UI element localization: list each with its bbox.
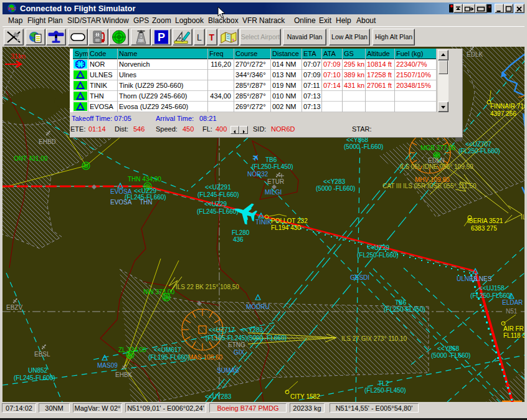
svg-text:<<UZ29: <<UZ29 [367, 244, 390, 251]
svg-text:TB6: TB6 [265, 156, 277, 163]
svg-text:ETNG: ETNG [228, 341, 245, 348]
svg-text:EHBK: EHBK [115, 371, 133, 378]
svg-text:4397 266: 4397 266 [490, 110, 516, 117]
svg-text:(FL245-FL660): (FL245-FL660) [197, 191, 239, 198]
svg-text:TL2: TL2 [378, 380, 389, 387]
svg-text:436: 436 [233, 236, 244, 243]
svg-text:(FL250-FL450): (FL250-FL450) [252, 163, 293, 170]
svg-text:ILS 05L IDNE 055° 109,50: ILS 05L IDNE 055° 109,50 [400, 163, 473, 170]
svg-text:(FL250-FL450): (FL250-FL450) [364, 387, 406, 394]
svg-text:<<Y283: <<Y283 [323, 178, 345, 185]
svg-text:TB6: TB6 [395, 299, 407, 306]
svg-text:<<UZ29: <<UZ29 [204, 201, 227, 208]
svg-text:(FL195-FL245)(5000 -FL660): (FL195-FL245)(5000 -FL660) [206, 335, 287, 341]
svg-text:MAS 108,60: MAS 108,60 [188, 354, 222, 361]
svg-text:EVOSA: EVOSA [110, 188, 132, 195]
svg-text:MGB 377,00: MGB 377,00 [420, 145, 456, 151]
svg-text:N51: N51 [506, 308, 518, 315]
svg-text:TINIK: TINIK [255, 219, 272, 226]
svg-text:<<UZ707: <<UZ707 [465, 141, 491, 148]
svg-text:EDLN: EDLN [428, 157, 445, 164]
svg-text:GIX: GIX [234, 349, 245, 356]
svg-text:L: L [197, 32, 202, 42]
svg-text:NW 373,00: NW 373,00 [143, 289, 174, 295]
svg-text:(5000 -FL660): (5000 -FL660) [316, 185, 355, 192]
svg-text:FL280: FL280 [232, 229, 250, 236]
svg-text:CAT III ILS 05R IDSE 055° 11: CAT III ILS 05R IDSE 055° 111,50 [382, 183, 477, 189]
svg-text:ZL 334,00: ZL 334,00 [118, 346, 146, 353]
svg-text:6383 275: 6383 275 [471, 225, 497, 232]
svg-text:<<Y283: <<Y283 [241, 327, 263, 333]
svg-text:<<Y868: <<Y868 [437, 345, 459, 352]
svg-text:ILS 27 GIX 273° 110,10: ILS 27 GIX 273° 110,10 [341, 335, 407, 342]
svg-text:ETUR: ETUR [267, 178, 284, 185]
svg-text:ILS 22 BK 215° 108,50: ILS 22 BK 215° 108,50 [176, 284, 239, 290]
svg-text:MODRU: MODRU [246, 303, 270, 310]
svg-text:FINNAIR 710: FINNAIR 710 [490, 103, 525, 110]
svg-text:<<UM617: <<UM617 [154, 346, 181, 353]
svg-text:AIR FR: AIR FR [503, 325, 524, 332]
svg-text:SUMAS: SUMAS [217, 367, 239, 374]
svg-text:MAS09: MAS09 [97, 362, 118, 369]
svg-text:FL194 430: FL194 430 [271, 224, 301, 231]
svg-text:UN852: UN852 [28, 367, 48, 374]
svg-text:(FL250-FL660): (FL250-FL660) [470, 292, 512, 299]
svg-text:316: 316 [138, 39, 144, 42]
svg-text:MILGI: MILGI [265, 189, 282, 196]
svg-text:(FL250-FL660): (FL250-FL660) [357, 252, 399, 259]
svg-text:ULNES: ULNES [471, 275, 492, 282]
svg-text:ONT 431,00: ONT 431,00 [14, 155, 48, 162]
svg-text:EBZV: EBZV [6, 304, 22, 311]
svg-text:ILS: ILS [521, 214, 525, 221]
svg-text:EVOSA: EVOSA [110, 199, 132, 206]
svg-text:(FL245-FL600): (FL245-FL600) [14, 375, 55, 381]
svg-text:EBSL: EBSL [34, 351, 50, 358]
svg-text:FSC: FSC [8, 7, 16, 11]
svg-text:(FL250-FL660): (FL250-FL660) [458, 148, 500, 155]
svg-text:NOR32: NOR32 [247, 171, 268, 178]
svg-text:<<UZ717: <<UZ717 [209, 327, 235, 333]
svg-text:(FL245-FL660): (FL245-FL660) [197, 208, 239, 215]
svg-text:31kn: 31kn [11, 52, 26, 60]
svg-text:GESDI: GESDI [350, 274, 369, 281]
svg-text:IBERIA 3521: IBERIA 3521 [467, 217, 503, 224]
svg-text:P: P [158, 31, 165, 44]
svg-text:THN: THN [140, 199, 153, 206]
svg-text:EHBD: EHBD [39, 138, 56, 145]
svg-text:<<UZ291: <<UZ291 [205, 184, 231, 191]
svg-text:THN 434,00: THN 434,00 [128, 176, 161, 183]
svg-text:MHV 109,80: MHV 109,80 [415, 176, 450, 183]
svg-text:CITY 1582: CITY 1582 [290, 393, 320, 400]
svg-text:T: T [209, 32, 215, 42]
svg-text:FL118 31: FL118 31 [503, 332, 525, 339]
svg-text:(5000 -FL660): (5000 -FL660) [344, 143, 383, 150]
svg-text:EDLK: EDLK [467, 51, 483, 58]
svg-text:<<UY283: <<UY283 [205, 393, 232, 400]
svg-text:ELDAR: ELDAR [502, 299, 523, 306]
svg-text:(FL195-FL660): (FL195-FL660) [148, 354, 190, 361]
svg-text:(5000 -FL660): (5000 -FL660) [431, 352, 470, 359]
svg-text:(FL250-FL450): (FL250-FL450) [384, 306, 425, 313]
svg-text:POLLOT 232: POLLOT 232 [271, 217, 308, 224]
svg-text:<<UJ158: <<UJ158 [479, 285, 505, 292]
